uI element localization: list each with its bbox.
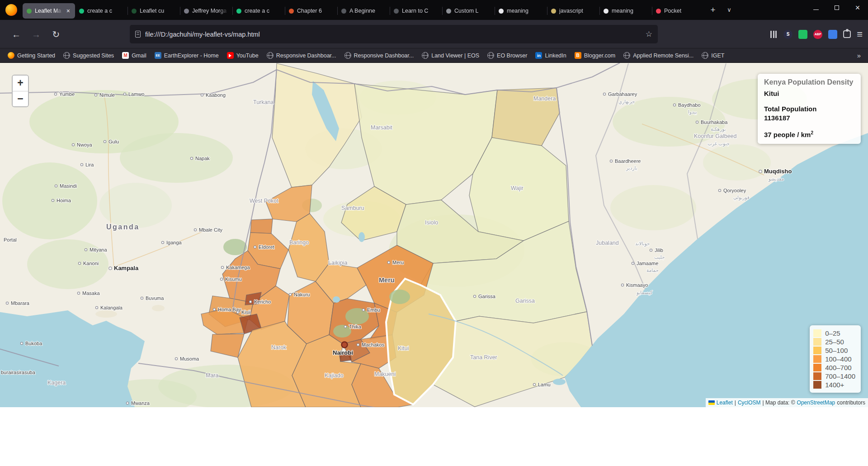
url-bar[interactable]: file:///D:/gachuhi/my-leaflet-vs/map.htm… [130,25,658,43]
tab[interactable]: Leaflet cu [127,3,180,19]
leaflet-map[interactable]: YumbeNimuleLamwoKaabongTurkanaGarbahaare… [0,63,868,407]
bookmark-item[interactable]: BBlogger.com [571,50,618,61]
list-all-tabs-button[interactable]: ∨ [722,3,737,17]
tab[interactable]: Custom L [442,3,495,19]
tab-active[interactable]: Leaflet Ma× [23,3,75,19]
close-button[interactable]: × [847,0,868,15]
bookmark-label: Responsive Dashboar... [354,52,414,59]
map-label: Kisii [241,309,250,315]
place-dot [344,325,346,328]
tab[interactable]: meaning [495,3,547,19]
bookmark-item[interactable]: EO Browser [484,50,530,61]
legend-label: 1400+ [825,381,844,389]
bookmarks-overflow-chevron[interactable]: » [854,52,863,59]
new-tab-button[interactable]: + [705,3,721,17]
place-dot [190,157,193,159]
firefox-logo-icon[interactable] [5,4,17,16]
extension-green-icon[interactable] [798,30,807,39]
extensions-icon[interactable] [843,30,851,38]
bookmark-label: EO Browser [497,52,527,59]
zoom-out-button[interactable]: − [13,91,28,106]
maximize-button[interactable] [826,0,847,15]
bookmark-item[interactable]: YouTube [224,50,262,61]
legend-label: 400–700 [825,364,851,371]
place-dot [650,249,652,251]
place-dot [220,278,222,280]
tab[interactable]: Pocket [652,3,704,19]
browser-window: Leaflet Ma×create a cLeaflet cuJeffrey M… [0,0,868,466]
tab[interactable]: Learn to C [390,3,442,19]
place-dot [362,309,364,311]
bookmark-item[interactable]: EEEarthExplorer - Home [151,50,222,61]
youtube-icon [227,52,234,59]
leaflet-link[interactable]: Leaflet [717,399,733,406]
bookmark-label: Applied Remote Sensi... [633,52,693,59]
extension-s-icon[interactable]: S [783,30,793,39]
zoom-in-button[interactable]: + [13,76,28,91]
tab[interactable]: create a c [232,3,285,19]
tab[interactable]: create a c [75,3,127,19]
adblock-plus-icon[interactable]: ABP [813,30,822,39]
reload-button[interactable]: ↻ [48,26,64,43]
map-label: Jilib [655,247,663,253]
library-icon[interactable] [770,31,778,38]
forward-button[interactable]: → [28,26,44,43]
bookmark-item[interactable]: Land Viewer | EOS [419,50,482,61]
map-label: Jamaame [637,261,658,266]
bookmark-star-icon[interactable]: ☆ [646,29,652,39]
bookmark-item[interactable]: MGmail [119,50,150,61]
legend-label: 25–50 [825,338,844,346]
map-label: Mbarara [11,300,30,306]
map-label: burairasirasuba [1,370,36,375]
map-label: Yumbe [59,91,75,97]
back-button[interactable]: ← [8,26,24,43]
tab[interactable]: Jeffrey Morga [180,3,232,19]
globe-icon [344,52,351,59]
map-label: Lamwo [128,91,144,97]
place-dot [126,402,128,404]
place-dot [236,311,239,313]
tab[interactable]: A Beginne [337,3,390,19]
url-text[interactable]: file:///D:/gachuhi/my-leaflet-vs/map.htm… [145,31,641,38]
map-label: جنوب غرب [708,141,730,147]
map-label: جربهاري [618,99,635,105]
map-label: Koonfur Galbeed [694,133,737,139]
bookmark-item[interactable]: inLinkedIn [532,50,569,61]
tab-title: meaning [612,8,648,14]
map-label: Turkana [253,99,274,105]
bookmark-item[interactable]: IGET [698,50,727,61]
extension-blue-icon[interactable] [828,30,837,39]
place-dot [54,93,57,95]
tab-close-icon[interactable]: × [66,7,71,14]
minimize-button[interactable] [806,0,826,15]
map-legend: 0–2525–5050–100100–400400–700700–1400140… [810,325,861,393]
bookmark-item[interactable]: Applied Remote Sensi... [620,50,697,61]
openstreetmap-link[interactable]: OpenStreetMap [797,399,835,406]
tab[interactable]: meaning [599,3,652,19]
kenya-map-canvas[interactable]: YumbeNimuleLamwoKaabongTurkanaGarbahaare… [0,63,868,407]
place-dot [175,357,177,360]
lake-naivasha [333,296,340,303]
bookmark-item[interactable]: Responsive Dashboar... [341,50,417,61]
place-dot [109,267,112,270]
map-label: Mwanza [131,400,150,406]
map-label: Masaka [82,290,100,296]
map-label: Masindi [60,183,77,189]
cyclosm-link[interactable]: CyclOSM [738,399,761,406]
page-whitespace [0,407,868,466]
place-dot [104,140,106,143]
bookmarks-list: Getting StartedSuggested SitesMGmailEEEa… [5,50,854,61]
info-county: Kitui [764,90,854,97]
tab-favicon [184,9,189,14]
bookmark-item[interactable]: Responsive Dashboar... [264,50,340,61]
map-label: Samburu [341,205,364,211]
map-label: Mityana [90,247,107,252]
attribution-separator: | [735,399,736,406]
menu-icon[interactable]: ≡ [857,29,863,40]
tab[interactable]: javascript [547,3,599,19]
place-dot [254,246,256,248]
place-dot [20,342,23,344]
bookmark-item[interactable]: Suggested Sites [60,50,117,61]
tab[interactable]: Chapter 6 [285,3,337,19]
bookmark-item[interactable]: Getting Started [5,50,58,61]
